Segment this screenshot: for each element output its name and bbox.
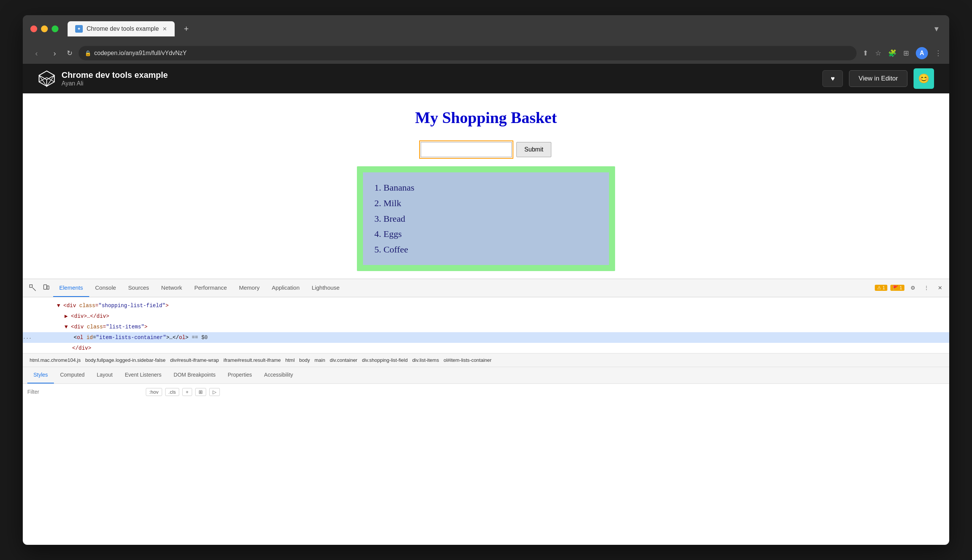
breadcrumb-item[interactable]: html.mac.chrome104.js [27, 357, 83, 363]
breadcrumb-item[interactable]: iframe#result.result-iframe [221, 357, 283, 363]
filter-tags: :hov .cls + ⊞ ▷ [146, 388, 220, 396]
tab-accessibility[interactable]: Accessibility [258, 367, 299, 383]
share-icon[interactable]: ⬆ [863, 49, 869, 57]
devtools-right-icons: ⚠ 1 🚩 1 ⚙ ⋮ ✕ [874, 282, 946, 294]
layout-icon[interactable]: ⊞ [195, 388, 206, 396]
codepen-header-actions: ♥ View in Editor 😊 [822, 68, 934, 89]
user-avatar-button[interactable]: 😊 [914, 68, 934, 89]
tab-performance[interactable]: Performance [188, 279, 233, 297]
tab-memory[interactable]: Memory [233, 279, 266, 297]
reload-button[interactable]: ↻ [67, 49, 73, 57]
minimize-traffic-light[interactable] [41, 25, 48, 32]
tab-computed[interactable]: Computed [54, 367, 91, 383]
pen-title: Chrome dev tools example [62, 70, 168, 80]
tab-styles[interactable]: Styles [27, 367, 54, 383]
info-badge: 🚩 1 [890, 285, 904, 291]
device-toolbar-button[interactable] [40, 281, 53, 295]
more-options-icon[interactable]: ⋮ [920, 282, 932, 294]
tab-lighthouse[interactable]: Lighthouse [306, 279, 345, 297]
hov-filter-tag[interactable]: :hov [146, 388, 162, 396]
breadcrumb-item[interactable]: div.container [327, 357, 360, 363]
bookmark-icon[interactable]: ☆ [875, 49, 881, 57]
tree-line: ▼ <div class="list-items"> [23, 322, 949, 332]
heart-icon: ♥ [831, 75, 835, 83]
menu-icon[interactable]: ⋮ [935, 49, 942, 57]
new-tab-button[interactable]: + [184, 24, 189, 34]
tab-dom-breakpoints[interactable]: DOM Breakpoints [167, 367, 221, 383]
styles-filter-input[interactable] [27, 389, 141, 395]
maximize-traffic-light[interactable] [52, 25, 58, 32]
heart-button[interactable]: ♥ [822, 70, 843, 87]
view-in-editor-button[interactable]: View in Editor [849, 70, 907, 87]
back-button[interactable]: ‹ [30, 49, 43, 58]
tab-layout[interactable]: Layout [91, 367, 119, 383]
browser-window: ✦ Chrome dev tools example ✕ + ▾ ‹ › ↻ 🔒… [23, 15, 949, 545]
url-bar[interactable]: 🔒 codepen.io/anya91m/full/vYdvNzY [78, 46, 857, 60]
devtools-panel: Elements Console Sources Network Perform… [23, 279, 949, 400]
close-traffic-light[interactable] [30, 25, 37, 32]
breadcrumb-item[interactable]: html [283, 357, 297, 363]
play-icon[interactable]: ▷ [209, 388, 220, 396]
codepen-title-area: Chrome dev tools example Ayan Ali [62, 70, 168, 87]
cls-filter-tag[interactable]: .cls [165, 388, 180, 396]
close-devtools-button[interactable]: ✕ [934, 282, 946, 294]
extensions-icon[interactable]: 🧩 [888, 49, 897, 57]
submit-button[interactable]: Submit [516, 142, 551, 157]
breadcrumb-item[interactable]: body [297, 357, 312, 363]
title-bar: ✦ Chrome dev tools example ✕ + ▾ [23, 15, 949, 43]
element-picker-button[interactable] [26, 281, 40, 295]
svg-rect-9 [47, 286, 49, 289]
lock-icon: 🔒 [85, 50, 91, 56]
tree-line-highlighted[interactable]: ... <ol id="item-lists-container">…</ol>… [23, 332, 949, 343]
forward-button[interactable]: › [48, 49, 61, 58]
breadcrumb-item[interactable]: div.shopping-list-field [360, 357, 410, 363]
page-title: My Shopping Basket [415, 108, 557, 127]
settings-icon[interactable]: ⚙ [907, 282, 919, 294]
tabs-dropdown-button[interactable]: ▾ [934, 24, 939, 34]
pen-author: Ayan Ali [62, 80, 168, 87]
devtools-tabs: Elements Console Sources Network Perform… [23, 279, 949, 297]
svg-rect-8 [44, 285, 47, 289]
breadcrumb-bar: html.mac.chrome104.js body.fullpage.logg… [23, 353, 949, 367]
tree-line: ▶ <div>…</div> [23, 311, 949, 322]
filter-bar: :hov .cls + ⊞ ▷ [23, 383, 949, 400]
svg-rect-6 [30, 285, 32, 287]
content-area: My Shopping Basket Submit Bananas Milk B… [23, 93, 949, 545]
add-style-button[interactable]: + [182, 388, 192, 396]
page-content: My Shopping Basket Submit Bananas Milk B… [23, 93, 949, 279]
codepen-logo: Chrome dev tools example Ayan Ali [38, 70, 168, 87]
breadcrumb-item[interactable]: ol#item-lists-container [441, 357, 494, 363]
list-item: Milk [374, 195, 598, 211]
bottom-tabs: Styles Computed Layout Event Listeners D… [23, 367, 949, 383]
svg-marker-3 [47, 75, 54, 86]
item-input[interactable] [421, 142, 512, 157]
breadcrumb-item[interactable]: main [312, 357, 327, 363]
tab-properties[interactable]: Properties [222, 367, 258, 383]
tab-sources[interactable]: Sources [122, 279, 155, 297]
user-profile-button[interactable]: A [916, 47, 928, 59]
list-item: Coffee [374, 242, 598, 257]
shopping-container: Bananas Milk Bread Eggs Coffee [357, 166, 615, 271]
tab-event-listeners[interactable]: Event Listeners [119, 367, 168, 383]
list-item: Bananas [374, 180, 598, 195]
warning-badge: ⚠ 1 [875, 285, 887, 291]
list-item: Bread [374, 211, 598, 227]
tab-title: Chrome dev tools example [87, 25, 159, 32]
breadcrumb-item[interactable]: div.list-items [410, 357, 442, 363]
breadcrumb-item[interactable]: body.fullpage.logged-in.sidebar-false [83, 357, 168, 363]
tab-network[interactable]: Network [155, 279, 188, 297]
address-bar: ‹ › ↻ 🔒 codepen.io/anya91m/full/vYdvNzY … [23, 43, 949, 64]
browser-tab[interactable]: ✦ Chrome dev tools example ✕ [68, 21, 175, 37]
profile-icon[interactable]: ⊞ [903, 49, 909, 57]
tab-console[interactable]: Console [89, 279, 122, 297]
tab-application[interactable]: Application [266, 279, 306, 297]
codepen-logo-icon [38, 70, 55, 87]
url-text: codepen.io/anya91m/full/vYdvNzY [94, 50, 187, 57]
tree-line: </div> [23, 343, 949, 353]
tab-close-button[interactable]: ✕ [162, 26, 167, 32]
html-tree[interactable]: ▼ <div class="shopping-list-field"> ▶ <d… [23, 297, 949, 353]
tab-elements[interactable]: Elements [53, 279, 89, 297]
breadcrumb-item[interactable]: div#result-iframe-wrap [168, 357, 221, 363]
list-item: Eggs [374, 226, 598, 242]
input-row: Submit [421, 142, 551, 157]
